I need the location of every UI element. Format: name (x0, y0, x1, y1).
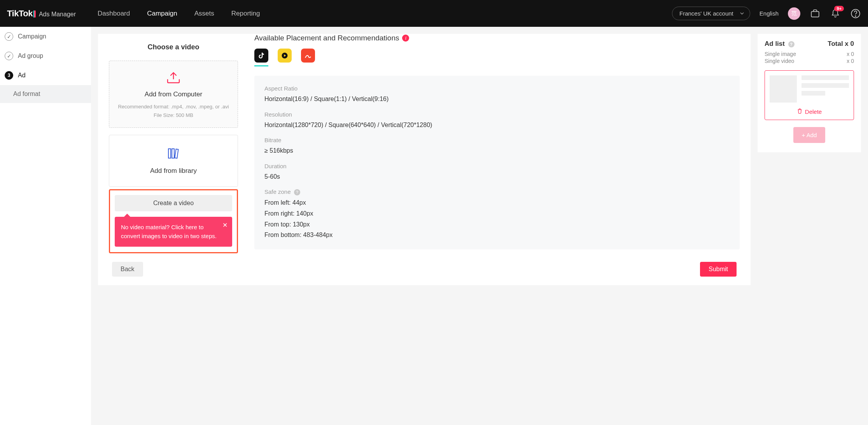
library-title: Add from library (116, 167, 231, 175)
svg-rect-4 (172, 149, 174, 158)
logo-subtitle: Ads Manager (39, 11, 76, 18)
step-adgroup[interactable]: Ad group (0, 46, 91, 66)
step-number-icon: 3 (5, 71, 13, 80)
platform-buzzvideo[interactable] (278, 49, 292, 63)
check-icon (5, 32, 13, 41)
upload-subtext-format: Recommended format: .mp4, .mov, .mpeg, o… (116, 103, 231, 111)
placement-panel: Available Placement and Recommendations … (254, 34, 740, 253)
bitrate-value: ≥ 516kbps (264, 146, 730, 156)
info-icon[interactable]: i (402, 35, 409, 42)
delete-button[interactable]: Delete (770, 108, 849, 115)
step-adgroup-label: Ad group (18, 52, 43, 59)
library-icon (167, 155, 180, 161)
ad-list-header: Ad list ? Total x 0 (765, 40, 854, 48)
add-button[interactable]: + Add (793, 127, 826, 143)
trash-icon (797, 108, 803, 115)
upload-subtext-size: File Size: 500 MB (116, 111, 231, 119)
help-icon[interactable] (850, 8, 861, 19)
content-card: Choose a video Add from Computer Recomme… (98, 34, 751, 285)
create-video-button[interactable]: Create a video (115, 195, 232, 211)
svg-rect-5 (175, 149, 178, 159)
account-select-label: Frances' UK account (679, 10, 733, 17)
step-ad[interactable]: 3 Ad (0, 66, 91, 85)
aspect-ratio-label: Aspect Ratio (264, 85, 730, 92)
duration-value: 5-60s (264, 172, 730, 182)
step-campaign[interactable]: Campaign (0, 27, 91, 46)
placement-platforms (254, 49, 740, 63)
bell-icon[interactable]: 9+ (830, 8, 841, 19)
add-from-library[interactable]: Add from library (109, 135, 238, 187)
close-icon[interactable]: ✕ (222, 221, 228, 230)
svg-rect-0 (811, 11, 819, 17)
safezone-right: From right: 140px (264, 209, 730, 219)
safezone-bottom: From bottom: 483-484px (264, 230, 730, 240)
create-video-tooltip: No video material? Click here to convert… (115, 217, 232, 247)
nav-dashboard[interactable]: Dashboard (98, 10, 130, 17)
bell-badge: 9+ (834, 6, 844, 11)
specs-card: Aspect Ratio Horizontal(16:9) / Square(1… (254, 76, 740, 249)
svg-point-2 (855, 16, 856, 16)
aspect-ratio-value: Horizontal(16:9) / Square(1:1) / Vertica… (264, 94, 730, 104)
top-bar: TikTok Ads Manager Dashboard Campaign As… (0, 0, 868, 27)
upload-icon (166, 79, 181, 85)
chevron-down-icon (740, 10, 744, 17)
create-video-highlight: Create a video No video material? Click … (109, 189, 238, 253)
step-campaign-label: Campaign (18, 33, 46, 40)
ad-list-title: Ad list (765, 40, 785, 47)
substep-ad-format[interactable]: Ad format (0, 85, 91, 103)
safezone-left: From left: 44px (264, 198, 730, 208)
duration-label: Duration (264, 163, 730, 169)
account-select[interactable]: Frances' UK account (672, 7, 750, 20)
logo[interactable]: TikTok Ads Manager (7, 9, 76, 19)
safezone-label: Safe zone ? (264, 188, 730, 195)
sidebar: Campaign Ad group 3 Ad Ad format (0, 27, 91, 425)
placement-heading: Available Placement and Recommendations … (254, 34, 740, 42)
safezone-top: From top: 130px (264, 219, 730, 230)
ad-slot-placeholder (770, 75, 849, 103)
ad-list-total: Total x 0 (828, 40, 854, 48)
platform-tiktok[interactable] (254, 49, 268, 63)
svg-rect-3 (168, 149, 171, 158)
avatar[interactable]: 范 (788, 7, 800, 20)
choose-video-title: Choose a video (109, 37, 238, 61)
language-label[interactable]: English (760, 10, 779, 17)
resolution-label: Resolution (264, 111, 730, 118)
upload-title: Add from Computer (116, 91, 231, 98)
ad-list-counts: Single imagex 0 Single videox 0 (765, 51, 854, 64)
step-ad-label: Ad (18, 72, 26, 79)
top-right: Frances' UK account English 范 9+ (672, 7, 861, 20)
ad-list-panel: Ad list ? Total x 0 Single imagex 0 Sing… (758, 34, 861, 152)
upload-from-computer[interactable]: Add from Computer Recommended format: .m… (109, 61, 238, 128)
top-nav: Dashboard Campaign Assets Reporting (98, 10, 260, 17)
nav-reporting[interactable]: Reporting (231, 10, 260, 17)
help-icon[interactable]: ? (294, 189, 300, 195)
platform-topbuzz[interactable] (301, 49, 315, 63)
ad-slot-card[interactable]: Delete (765, 70, 854, 120)
tooltip-text: No video material? Click here to convert… (121, 224, 217, 239)
briefcase-icon[interactable] (810, 8, 821, 19)
choose-video-panel: Choose a video Add from Computer Recomme… (109, 34, 238, 253)
submit-button[interactable]: Submit (700, 262, 737, 277)
help-icon[interactable]: ? (788, 41, 794, 47)
resolution-value: Horizontal(1280*720) / Square(640*640) /… (264, 120, 730, 130)
bitrate-label: Bitrate (264, 137, 730, 143)
nav-assets[interactable]: Assets (194, 10, 214, 17)
back-button[interactable]: Back (112, 262, 143, 277)
footer-actions: Back Submit (109, 253, 740, 277)
nav-campaign[interactable]: Campaign (147, 10, 177, 17)
check-icon (5, 52, 13, 60)
main: Choose a video Add from Computer Recomme… (91, 27, 868, 425)
